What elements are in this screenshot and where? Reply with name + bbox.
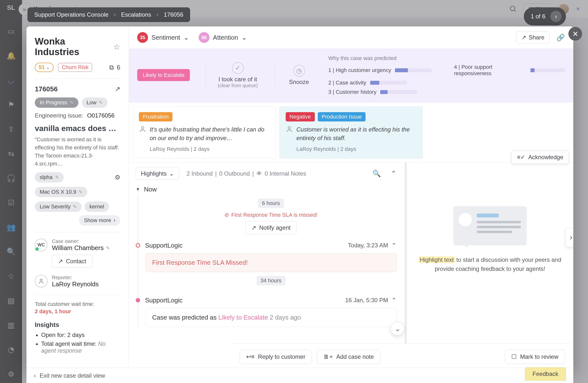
copy-link-icon[interactable]: 🔗 — [556, 34, 565, 42]
sla-alert: ⊘First Response Time SLA is missed! — [146, 212, 397, 218]
edit-icon: ✎ — [99, 100, 103, 105]
favorite-star-icon[interactable]: ☆ — [113, 42, 120, 51]
reason-bar — [370, 81, 407, 85]
reason-bar — [395, 68, 432, 72]
health-score-badge[interactable]: 51 ⌄ — [35, 63, 54, 72]
feedback-button[interactable]: Feedback — [525, 367, 566, 381]
svg-point-3 — [141, 127, 144, 129]
divider — [35, 232, 120, 232]
collapse-icon[interactable]: ⌃ — [391, 169, 397, 178]
snooze-button[interactable]: ◷ Snooze — [274, 65, 323, 85]
sentiment-badge: 35 — [137, 32, 148, 43]
notify-agent-button[interactable]: ↗Notify agent — [245, 221, 297, 234]
open-external-icon[interactable]: ↗ — [115, 85, 120, 93]
tag-production-issue: Production Issue — [318, 112, 366, 121]
wait-value: 2 days, 1 hour — [35, 308, 120, 315]
priority-pill[interactable]: Low✎ — [82, 98, 107, 108]
timeline: Highlights ⌄ 2 Inbound | 0 Outbound | 👁 … — [129, 162, 407, 370]
prediction-reasons: Why this case was predicted 1 | High cus… — [328, 55, 565, 95]
divider — [35, 78, 120, 79]
event-source: SupportLogic — [145, 297, 183, 304]
add-note-button[interactable]: 🗎+Add case note — [317, 350, 380, 364]
chevron-left-icon: ‹ — [34, 372, 36, 379]
reporter-name: LaRoy Reynolds — [52, 280, 99, 288]
exit-bar[interactable]: ‹ Exit new case detail view — [26, 368, 573, 383]
tag-negative: Negative — [286, 112, 315, 121]
insight-card[interactable]: Frustration It's quite frustrating that … — [133, 106, 276, 159]
reply-button[interactable]: ↩≡Reply to customer — [240, 350, 312, 364]
list-check-icon: ≡✓ — [517, 154, 525, 161]
sla-missed-note: First Response Time SLA Missed! — [146, 253, 397, 272]
close-button[interactable]: ✕ — [568, 27, 582, 41]
share-button[interactable]: ↗ Share — [516, 31, 549, 44]
eng-issue-value: O0176056 — [87, 112, 114, 119]
eng-issue-label: Engineering issue: — [35, 112, 83, 119]
highlights-filter[interactable]: Highlights ⌄ — [136, 167, 179, 180]
pager-next-button[interactable]: › — [550, 11, 562, 22]
mark-review-button[interactable]: ☐Mark to review — [505, 350, 565, 364]
alert-icon: ⊘ — [224, 212, 229, 218]
tag-pill[interactable]: kernel — [84, 202, 109, 212]
acknowledge-button[interactable]: ≡✓ Acknowledge — [511, 151, 569, 164]
insight-item: Open for: 2 days — [41, 332, 120, 339]
health-score-value: 51 — [39, 64, 44, 71]
timeline-now-label: Now — [144, 186, 157, 193]
pager-text: 1 of 6 — [531, 13, 545, 20]
tag-pill[interactable]: Low Severity✎ — [35, 202, 82, 212]
note-plus-icon: 🗎+ — [323, 353, 333, 360]
chevron-down-icon: ⌄ — [46, 65, 50, 70]
check-icon: ✓ — [232, 62, 244, 74]
prediction-band: Likely to Escalate ✓ I took care of it (… — [129, 49, 573, 103]
show-more-button[interactable]: Show more › — [79, 215, 120, 225]
person-icon — [139, 125, 146, 133]
sentiment-score[interactable]: 35 Sentiment ⌄ — [137, 32, 189, 43]
event-time: 16 Jan, 5:30 PM — [345, 297, 388, 304]
card-text: Customer is worried as it is effecting h… — [296, 125, 417, 142]
took-care-button[interactable]: ✓ I took care of it (clear from queue) — [206, 62, 270, 88]
breadcrumb: Support Operations Console › Escalations… — [27, 7, 190, 22]
cards-next-button[interactable]: › — [566, 227, 573, 247]
svg-point-2 — [40, 279, 42, 281]
owner-avatar: WC — [35, 239, 47, 251]
tag-pill[interactable]: slpha✎ — [35, 172, 64, 182]
breadcrumb-section[interactable]: Escalations — [121, 11, 151, 18]
attention-score[interactable]: 86 Attention ⌄ — [199, 32, 247, 43]
tag-pill[interactable]: Mac OS X 10.9✎ — [35, 187, 87, 197]
triangle-down-icon[interactable]: ▼ — [136, 187, 140, 192]
divider — [35, 294, 120, 295]
event-time: Today, 3:23 AM — [348, 242, 388, 249]
count-notes: 0 Internal Notes — [265, 170, 306, 177]
churn-risk-chip[interactable]: Churn Risk — [58, 63, 92, 72]
edit-icon: ✎ — [55, 175, 59, 180]
case-detail-modal: Wonka Industries ☆ 51 ⌄ Churn Risk ⧉ 6 1… — [26, 26, 573, 370]
insight-card-active[interactable]: Negative Production Issue Customer is wo… — [279, 106, 423, 159]
pager: 1 of 6 › — [524, 7, 566, 25]
insights-heading: Insights — [35, 321, 120, 329]
chevron-down-icon: ⌄ — [169, 170, 174, 177]
timeline-search-icon[interactable]: 🔍 — [372, 169, 381, 178]
merge-icon[interactable]: ⧉ — [109, 64, 114, 71]
timeline-dot-icon — [136, 243, 140, 248]
edit-icon[interactable]: ✎ — [106, 245, 110, 251]
tags-settings-icon[interactable]: ⚙ — [115, 174, 120, 181]
status-pill[interactable]: In Progress✎ — [35, 98, 78, 108]
contact-button[interactable]: ↗ Contact — [52, 255, 92, 268]
svg-point-4 — [288, 127, 291, 129]
insight-item: Total agent wait time: No agent response — [41, 340, 120, 354]
reason-bar — [380, 90, 417, 94]
exit-label: Exit new case detail view — [40, 372, 105, 379]
attention-badge: 86 — [199, 32, 210, 43]
prediction-event: Case was predicted as Likely to Escalate… — [146, 308, 397, 327]
footer-actions: ↩≡Reply to customer 🗎+Add case note ☐Mar… — [231, 343, 573, 370]
scroll-down-fab[interactable]: ⌄ — [391, 322, 404, 336]
card-meta: LaRoy Reynolds | 2 days — [286, 146, 417, 152]
score-bar: 35 Sentiment ⌄ 86 Attention ⌄ ↗ Share 🔗 — [129, 26, 573, 49]
related-count: 6 — [117, 64, 120, 71]
owner-label: Case owner: — [52, 239, 110, 244]
person-icon — [286, 125, 293, 133]
breadcrumb-root[interactable]: Support Operations Console — [34, 11, 108, 18]
chevron-up-icon[interactable]: ⌃ — [392, 242, 397, 249]
chevron-right-icon: › — [114, 12, 116, 18]
chevron-up-icon[interactable]: ⌃ — [392, 297, 397, 304]
card-meta: LaRoy Reynolds | 2 days — [139, 146, 270, 152]
